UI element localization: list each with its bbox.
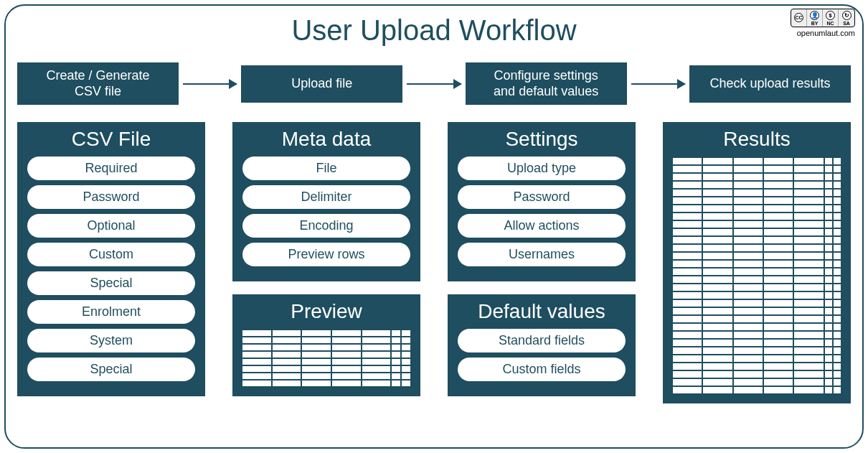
grid-cell	[825, 284, 832, 291]
grid-cell	[242, 352, 271, 358]
grid-cell	[362, 330, 391, 336]
grid-cell	[362, 366, 391, 372]
grid-cell	[734, 261, 763, 267]
grid-cell	[734, 379, 763, 386]
grid-cell	[834, 300, 841, 307]
grid-cell	[402, 330, 410, 336]
grid-cell	[764, 276, 793, 283]
panel: SettingsUpload typePasswordAllow actions…	[448, 122, 636, 281]
grid-cell	[764, 347, 793, 354]
preview-grid	[242, 329, 410, 386]
grid-cell	[673, 355, 702, 362]
grid-cell	[392, 359, 400, 365]
grid-cell	[834, 229, 841, 235]
grid-cell	[764, 245, 793, 251]
grid-cell	[764, 355, 793, 362]
grid-cell	[834, 308, 841, 314]
grid-cell	[734, 205, 763, 212]
grid-cell	[764, 387, 793, 393]
grid-cell	[794, 237, 823, 243]
grid-cell	[834, 174, 841, 180]
grid-cell	[834, 371, 841, 378]
grid-cell	[825, 292, 832, 299]
grid-cell	[794, 166, 823, 172]
panel: Default valuesStandard fieldsCustom fiel…	[448, 294, 636, 396]
column: Results	[663, 122, 851, 403]
grid-cell	[825, 379, 832, 386]
grid-cell	[794, 379, 823, 386]
diagram-title: User Upload Workflow	[9, 14, 859, 47]
nc-icon: $NC	[823, 9, 839, 27]
grid-cell	[734, 371, 763, 378]
grid-cell	[332, 330, 361, 336]
grid-cell	[673, 363, 702, 370]
grid-cell	[734, 347, 763, 354]
grid-cell	[703, 205, 732, 212]
grid-cell	[764, 261, 793, 267]
grid-cell	[734, 245, 763, 251]
grid-cell	[764, 324, 793, 330]
pill-item: Special	[27, 358, 195, 381]
diagram-frame: CC 👤BY $NC ↻SA openumlaut.com User Uploa…	[0, 0, 868, 453]
grid-cell	[734, 190, 763, 196]
grid-cell	[673, 245, 702, 251]
grid-cell	[734, 276, 763, 283]
grid-cell	[273, 380, 301, 386]
grid-cell	[673, 174, 702, 180]
grid-cell	[273, 359, 301, 365]
grid-cell	[764, 182, 793, 188]
grid-cell	[673, 268, 702, 275]
pill-item: System	[27, 329, 195, 352]
grid-cell	[794, 276, 823, 283]
grid-cell	[825, 158, 832, 164]
grid-cell	[825, 268, 832, 275]
grid-cell	[734, 174, 763, 180]
grid-cell	[673, 253, 702, 259]
grid-cell	[402, 352, 410, 358]
grid-cell	[794, 158, 823, 164]
grid-cell	[794, 253, 823, 259]
grid-cell	[703, 158, 732, 164]
panel: Results	[663, 122, 851, 403]
grid-cell	[764, 174, 793, 180]
grid-cell	[764, 213, 793, 220]
grid-cell	[764, 363, 793, 370]
grid-cell	[734, 166, 763, 172]
grid-cell	[242, 330, 271, 336]
grid-cell	[834, 197, 841, 204]
grid-cell	[673, 332, 702, 338]
grid-cell	[392, 345, 400, 350]
grid-cell	[673, 182, 702, 188]
grid-cell	[703, 261, 732, 267]
grid-cell	[673, 284, 702, 291]
grid-cell	[834, 268, 841, 275]
grid-cell	[834, 166, 841, 172]
grid-cell	[673, 197, 702, 204]
grid-cell	[703, 316, 732, 322]
grid-cell	[734, 237, 763, 243]
grid-cell	[402, 345, 410, 350]
grid-cell	[673, 324, 702, 330]
arrow-icon	[183, 83, 237, 85]
grid-cell	[734, 316, 763, 322]
grid-cell	[825, 300, 832, 307]
grid-cell	[302, 359, 331, 365]
grid-cell	[734, 387, 763, 393]
pill-item: Required	[27, 157, 195, 180]
grid-cell	[362, 345, 391, 350]
grid-cell	[834, 253, 841, 259]
grid-cell	[834, 332, 841, 338]
grid-cell	[673, 205, 702, 212]
attribution-text: openumlaut.com	[791, 29, 855, 37]
grid-cell	[673, 371, 702, 378]
grid-cell	[673, 292, 702, 299]
grid-cell	[332, 345, 361, 350]
grid-cell	[703, 197, 732, 204]
grid-cell	[834, 347, 841, 354]
grid-cell	[734, 268, 763, 275]
grid-cell	[825, 245, 832, 251]
grid-cell	[794, 205, 823, 212]
pill-item: File	[242, 157, 410, 180]
grid-cell	[703, 221, 732, 228]
grid-cell	[794, 324, 823, 330]
